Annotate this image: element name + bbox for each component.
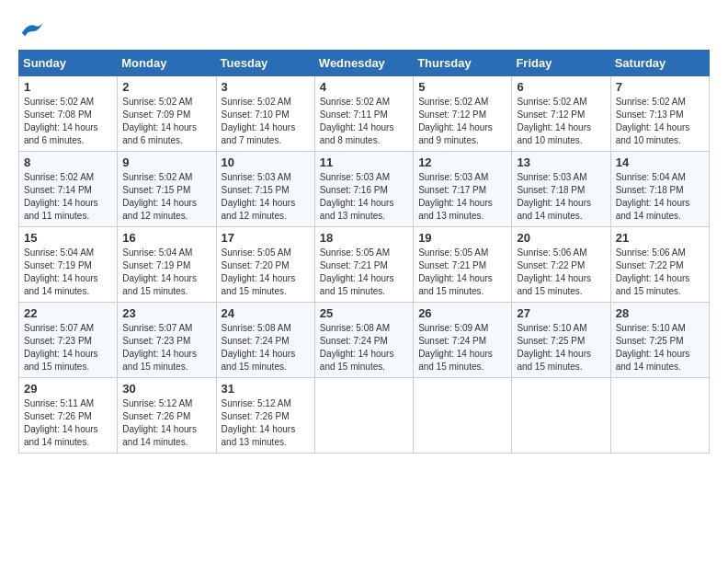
day-number: 21 [616, 231, 704, 245]
day-info: Sunrise: 5:05 AMSunset: 7:21 PMDaylight:… [418, 247, 506, 298]
logo [18, 18, 50, 40]
day-info: Sunrise: 5:03 AMSunset: 7:17 PMDaylight:… [418, 171, 506, 223]
day-number: 28 [616, 306, 704, 320]
day-number: 10 [222, 155, 310, 169]
day-info: Sunrise: 5:04 AMSunset: 7:18 PMDaylight:… [616, 171, 704, 223]
calendar-table: SundayMondayTuesdayWednesdayThursdayFrid… [18, 50, 710, 454]
day-number: 11 [320, 155, 408, 169]
day-number: 19 [418, 231, 506, 245]
calendar-cell: 17Sunrise: 5:05 AMSunset: 7:20 PMDayligh… [216, 227, 314, 303]
day-info: Sunrise: 5:02 AMSunset: 7:08 PMDaylight:… [24, 96, 112, 147]
day-number: 15 [24, 231, 112, 245]
day-number: 7 [616, 80, 704, 94]
calendar-cell: 9Sunrise: 5:02 AMSunset: 7:15 PMDaylight… [118, 152, 216, 227]
calendar-cell: 29Sunrise: 5:11 AMSunset: 7:26 PMDayligh… [19, 378, 118, 454]
day-number: 8 [24, 155, 112, 169]
day-info: Sunrise: 5:02 AMSunset: 7:12 PMDaylight:… [418, 96, 506, 147]
header-saturday: Saturday [610, 51, 709, 76]
day-number: 22 [24, 306, 112, 320]
day-info: Sunrise: 5:04 AMSunset: 7:19 PMDaylight:… [122, 247, 210, 298]
day-number: 12 [418, 155, 506, 169]
calendar-cell: 6Sunrise: 5:02 AMSunset: 7:12 PMDaylight… [512, 76, 610, 152]
calendar-cell: 5Sunrise: 5:02 AMSunset: 7:12 PMDaylight… [414, 76, 512, 152]
calendar-cell: 19Sunrise: 5:05 AMSunset: 7:21 PMDayligh… [414, 227, 512, 303]
day-info: Sunrise: 5:12 AMSunset: 7:26 PMDaylight:… [222, 397, 310, 449]
calendar-cell: 13Sunrise: 5:03 AMSunset: 7:18 PMDayligh… [512, 152, 610, 227]
calendar-cell: 3Sunrise: 5:02 AMSunset: 7:10 PMDaylight… [216, 76, 314, 152]
day-info: Sunrise: 5:12 AMSunset: 7:26 PMDaylight:… [122, 397, 210, 449]
logo-bird-icon [18, 18, 46, 40]
day-info: Sunrise: 5:02 AMSunset: 7:15 PMDaylight:… [122, 171, 210, 223]
day-number: 9 [122, 155, 210, 169]
calendar-week-3: 15Sunrise: 5:04 AMSunset: 7:19 PMDayligh… [19, 227, 710, 303]
calendar-week-1: 1Sunrise: 5:02 AMSunset: 7:08 PMDaylight… [19, 76, 710, 152]
day-info: Sunrise: 5:02 AMSunset: 7:11 PMDaylight:… [320, 96, 408, 147]
day-number: 3 [222, 80, 310, 94]
calendar-cell: 14Sunrise: 5:04 AMSunset: 7:18 PMDayligh… [610, 152, 709, 227]
calendar-cell [414, 378, 512, 454]
day-info: Sunrise: 5:03 AMSunset: 7:16 PMDaylight:… [320, 171, 408, 223]
calendar-header-row: SundayMondayTuesdayWednesdayThursdayFrid… [19, 51, 710, 76]
day-info: Sunrise: 5:05 AMSunset: 7:21 PMDaylight:… [320, 247, 408, 298]
day-info: Sunrise: 5:06 AMSunset: 7:22 PMDaylight:… [517, 247, 605, 298]
day-info: Sunrise: 5:02 AMSunset: 7:14 PMDaylight:… [24, 171, 112, 223]
day-number: 17 [222, 231, 310, 245]
day-number: 18 [320, 231, 408, 245]
day-number: 26 [418, 306, 506, 320]
calendar-cell: 18Sunrise: 5:05 AMSunset: 7:21 PMDayligh… [314, 227, 413, 303]
day-info: Sunrise: 5:03 AMSunset: 7:15 PMDaylight:… [222, 171, 310, 223]
day-info: Sunrise: 5:05 AMSunset: 7:20 PMDaylight:… [222, 247, 310, 298]
calendar-cell: 12Sunrise: 5:03 AMSunset: 7:17 PMDayligh… [414, 152, 512, 227]
day-info: Sunrise: 5:07 AMSunset: 7:23 PMDaylight:… [24, 322, 112, 373]
calendar-cell: 23Sunrise: 5:07 AMSunset: 7:23 PMDayligh… [118, 303, 216, 378]
calendar-cell: 27Sunrise: 5:10 AMSunset: 7:25 PMDayligh… [512, 303, 610, 378]
day-info: Sunrise: 5:11 AMSunset: 7:26 PMDaylight:… [24, 397, 112, 449]
calendar-cell: 31Sunrise: 5:12 AMSunset: 7:26 PMDayligh… [216, 378, 314, 454]
day-number: 4 [320, 80, 408, 94]
calendar-cell [610, 378, 709, 454]
calendar-cell: 24Sunrise: 5:08 AMSunset: 7:24 PMDayligh… [216, 303, 314, 378]
calendar-cell: 21Sunrise: 5:06 AMSunset: 7:22 PMDayligh… [610, 227, 709, 303]
day-number: 30 [122, 382, 210, 396]
calendar-week-4: 22Sunrise: 5:07 AMSunset: 7:23 PMDayligh… [19, 303, 710, 378]
calendar-cell: 11Sunrise: 5:03 AMSunset: 7:16 PMDayligh… [314, 152, 413, 227]
calendar-cell: 15Sunrise: 5:04 AMSunset: 7:19 PMDayligh… [19, 227, 118, 303]
day-number: 29 [24, 382, 112, 396]
calendar-cell: 8Sunrise: 5:02 AMSunset: 7:14 PMDaylight… [19, 152, 118, 227]
day-number: 6 [517, 80, 605, 94]
calendar-cell [512, 378, 610, 454]
calendar-cell: 16Sunrise: 5:04 AMSunset: 7:19 PMDayligh… [118, 227, 216, 303]
header-tuesday: Tuesday [216, 51, 314, 76]
day-number: 16 [122, 231, 210, 245]
calendar-week-2: 8Sunrise: 5:02 AMSunset: 7:14 PMDaylight… [19, 152, 710, 227]
header-wednesday: Wednesday [314, 51, 413, 76]
day-info: Sunrise: 5:10 AMSunset: 7:25 PMDaylight:… [616, 322, 704, 373]
calendar-cell: 20Sunrise: 5:06 AMSunset: 7:22 PMDayligh… [512, 227, 610, 303]
day-info: Sunrise: 5:04 AMSunset: 7:19 PMDaylight:… [24, 247, 112, 298]
calendar-cell [314, 378, 413, 454]
calendar-cell: 2Sunrise: 5:02 AMSunset: 7:09 PMDaylight… [118, 76, 216, 152]
day-info: Sunrise: 5:02 AMSunset: 7:13 PMDaylight:… [616, 96, 704, 147]
day-number: 13 [517, 155, 605, 169]
calendar-cell: 28Sunrise: 5:10 AMSunset: 7:25 PMDayligh… [610, 303, 709, 378]
calendar-week-5: 29Sunrise: 5:11 AMSunset: 7:26 PMDayligh… [19, 378, 710, 454]
calendar-cell: 4Sunrise: 5:02 AMSunset: 7:11 PMDaylight… [314, 76, 413, 152]
calendar-cell: 1Sunrise: 5:02 AMSunset: 7:08 PMDaylight… [19, 76, 118, 152]
day-number: 24 [222, 306, 310, 320]
header-monday: Monday [118, 51, 216, 76]
day-info: Sunrise: 5:06 AMSunset: 7:22 PMDaylight:… [616, 247, 704, 298]
day-info: Sunrise: 5:02 AMSunset: 7:12 PMDaylight:… [517, 96, 605, 147]
day-info: Sunrise: 5:07 AMSunset: 7:23 PMDaylight:… [122, 322, 210, 373]
day-number: 1 [24, 80, 112, 94]
calendar-cell: 10Sunrise: 5:03 AMSunset: 7:15 PMDayligh… [216, 152, 314, 227]
header-sunday: Sunday [19, 51, 118, 76]
day-info: Sunrise: 5:08 AMSunset: 7:24 PMDaylight:… [222, 322, 310, 373]
day-number: 31 [222, 382, 310, 396]
day-info: Sunrise: 5:08 AMSunset: 7:24 PMDaylight:… [320, 322, 408, 373]
calendar-cell: 30Sunrise: 5:12 AMSunset: 7:26 PMDayligh… [118, 378, 216, 454]
day-info: Sunrise: 5:09 AMSunset: 7:24 PMDaylight:… [418, 322, 506, 373]
day-info: Sunrise: 5:03 AMSunset: 7:18 PMDaylight:… [517, 171, 605, 223]
calendar-cell: 22Sunrise: 5:07 AMSunset: 7:23 PMDayligh… [19, 303, 118, 378]
header-friday: Friday [512, 51, 610, 76]
header-thursday: Thursday [414, 51, 512, 76]
